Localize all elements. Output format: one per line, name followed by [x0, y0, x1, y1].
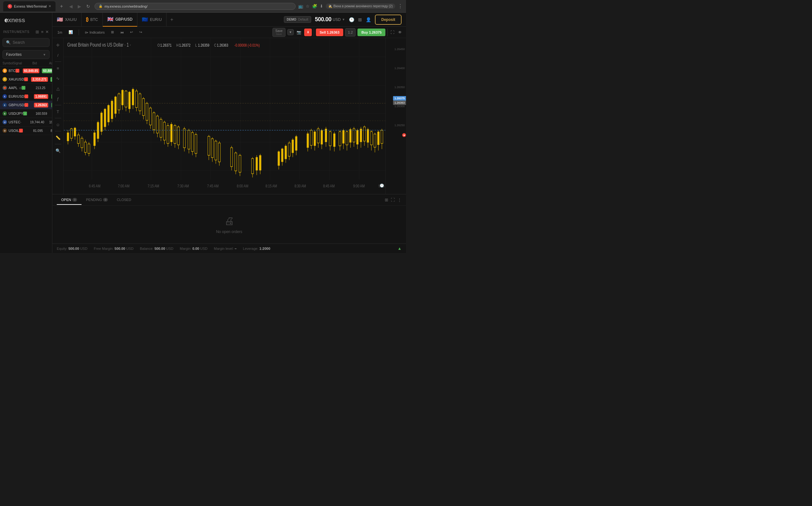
- extension-icon[interactable]: 🧩: [312, 4, 317, 9]
- orders-menu-icon[interactable]: ⋮: [397, 197, 402, 202]
- close-instruments-icon[interactable]: ✕: [46, 29, 49, 34]
- balance-display[interactable]: 500.00 USD ▼: [315, 16, 345, 23]
- emoji-tool[interactable]: ☺: [54, 120, 63, 129]
- tab-btc[interactable]: ₿ BTC: [82, 13, 103, 27]
- svg-text:-0.00008 (-0.01%): -0.00008 (-0.01%): [234, 43, 260, 47]
- timeframe-button[interactable]: 1m: [56, 29, 64, 35]
- svg-text:L: L: [195, 43, 197, 47]
- list-view-icon[interactable]: ≡: [41, 29, 44, 34]
- tab-open[interactable]: OPEN 0: [57, 195, 82, 205]
- undo-fast-button[interactable]: ⏮: [118, 29, 126, 35]
- signal-badge: ↑: [23, 111, 27, 115]
- table-row[interactable]: 🍎 AAPL ⊘ ↑ 213.25 213.34: [0, 84, 52, 92]
- btc-flag: ₿: [86, 17, 88, 22]
- table-row[interactable]: U USTEC - 19,744.40 19,750.3: [0, 118, 52, 126]
- table-row[interactable]: ₿ BTC ↓ 60,849.85 60,886.1: [0, 67, 52, 75]
- browser-menu-btn[interactable]: ⋮: [398, 3, 403, 9]
- table-row[interactable]: O USOIL ↓ 81.095 81.114: [0, 126, 52, 135]
- add-tab-button[interactable]: +: [167, 13, 177, 27]
- clock-icon[interactable]: 🕐: [349, 17, 354, 22]
- chart-wrapper: ✛ / ≡ ∿ △ ƒ T ☺ 📏 🔍: [52, 38, 406, 194]
- horizontal-line-tool[interactable]: ≡: [54, 64, 63, 73]
- back-btn[interactable]: ◀: [67, 3, 75, 10]
- svg-rect-64: [132, 89, 134, 105]
- tab-close-btn[interactable]: ✕: [49, 4, 51, 8]
- balance-currency-status: USD: [166, 247, 173, 250]
- search-bar[interactable]: 🔍 Search: [3, 38, 50, 47]
- tool-sep4: [55, 131, 61, 131]
- svg-rect-140: [321, 130, 323, 145]
- table-row[interactable]: € EUR/USD ↓ 1.06891 1.06901: [0, 92, 52, 101]
- fibonacci-tool[interactable]: ƒ: [54, 94, 63, 103]
- signal-badge: ↓: [24, 103, 28, 107]
- deposit-button[interactable]: Deposit: [375, 15, 402, 25]
- sell-button[interactable]: Sell 1.26363: [316, 28, 343, 36]
- svg-text:7:15 AM: 7:15 AM: [148, 184, 159, 188]
- forward-btn[interactable]: ▶: [76, 3, 83, 10]
- tab-eur[interactable]: 🇪🇺 EUR/U: [137, 13, 167, 27]
- text-tool[interactable]: T: [54, 107, 63, 116]
- redo-button[interactable]: ↪: [137, 29, 144, 35]
- pencil-tool[interactable]: /: [54, 51, 63, 60]
- svg-rect-38: [84, 142, 87, 153]
- tab-closed[interactable]: CLOSED: [112, 195, 136, 205]
- svg-rect-168: [374, 134, 376, 148]
- zoom-tool[interactable]: 🔍: [54, 146, 63, 155]
- table-row[interactable]: ✦ XAU/USD ↓ 2,310.271 2,310.47: [0, 75, 52, 84]
- eye-button[interactable]: 👁: [397, 29, 403, 35]
- browser-tab[interactable]: E Exness WebTerminal ✕: [3, 1, 56, 11]
- col-symbol: Symbol: [3, 62, 13, 65]
- record-button[interactable]: ⬇: [304, 28, 312, 36]
- browser-actions: 📺 ☆ 🧩 ⬇: [298, 4, 323, 9]
- bookmark-icon[interactable]: ☆: [306, 4, 310, 9]
- fullscreen-button[interactable]: ⛶: [390, 29, 395, 35]
- margin-level-status: Margin level: –: [214, 247, 237, 250]
- save-dropdown-btn[interactable]: ▼: [288, 29, 294, 35]
- grid-icon[interactable]: ⊞: [358, 17, 362, 22]
- grid-view-icon[interactable]: ⊞: [35, 29, 39, 34]
- profile-icon[interactable]: 👤: [366, 17, 371, 22]
- ruler-tool[interactable]: 📏: [54, 133, 63, 142]
- indicators-button[interactable]: ⌲ Indicators: [83, 29, 106, 35]
- curve-tool[interactable]: ∿: [54, 74, 63, 83]
- toolbar-sep2: [314, 28, 314, 36]
- shape-tool[interactable]: △: [54, 84, 63, 93]
- closed-tab-label: CLOSED: [117, 198, 131, 202]
- orders-filter-icon[interactable]: ⊞: [385, 197, 388, 202]
- orders-right: ⊞ ⛶ ⋮: [385, 197, 402, 202]
- tab-gbp[interactable]: 🇬🇧 GBP/USD: [103, 13, 137, 27]
- search-input[interactable]: Search: [13, 40, 25, 45]
- tab-xau[interactable]: 🇺🇸 XAU/U: [52, 13, 82, 27]
- favorites-dropdown[interactable]: Favorites ▼: [3, 50, 50, 59]
- undo-button[interactable]: ↩: [128, 29, 135, 35]
- bid-price: 1.26363: [34, 103, 48, 107]
- new-tab-button[interactable]: +: [58, 3, 65, 9]
- price-axis: 1.26450 1.26400 1.26350 1.26300 1.26250 …: [385, 38, 406, 194]
- table-row[interactable]: $ USD/JPY ↑ 160.559 160.570: [0, 109, 52, 118]
- timeframe-label: 1m: [58, 30, 62, 34]
- crosshair-tool[interactable]: ✛: [54, 40, 63, 50]
- symbol-cell: $ USD/JPY: [3, 111, 23, 116]
- table-row[interactable]: £ GBP/USD ↓ 1.26363 1.26375: [0, 101, 52, 109]
- cast-icon[interactable]: 📺: [298, 4, 303, 9]
- bid-price: 60,849.85: [23, 69, 39, 73]
- ask-cell: 2,310.47: [48, 77, 52, 81]
- favorites-label: Favorites: [6, 52, 21, 57]
- svg-rect-34: [77, 135, 80, 144]
- orders-expand-icon[interactable]: ⛶: [391, 197, 395, 202]
- svg-rect-166: [371, 132, 373, 145]
- screenshot-button[interactable]: 📷: [296, 29, 302, 35]
- pending-tab-label: PENDING: [86, 198, 102, 202]
- symbol-tabs: 🇺🇸 XAU/U ₿ BTC 🇬🇧 GBP/USD 🇪🇺 EUR/U +: [52, 13, 177, 27]
- svg-rect-92: [183, 129, 185, 148]
- tab-pending[interactable]: PENDING 0: [82, 195, 112, 205]
- download-icon[interactable]: ⬇: [320, 4, 323, 9]
- chart-layout-button[interactable]: ⊞: [109, 29, 116, 35]
- buy-button[interactable]: Buy 1.26375: [357, 28, 385, 36]
- save-button[interactable]: Save Save: [272, 28, 286, 37]
- address-bar[interactable]: 🔒 my.exness.com/webtrading/: [94, 3, 295, 10]
- chart-type-button[interactable]: 📊: [67, 29, 75, 35]
- reload-btn[interactable]: ↻: [84, 3, 92, 10]
- svg-rect-114: [251, 159, 254, 174]
- main-area: 🇺🇸 XAU/U ₿ BTC 🇬🇧 GBP/USD 🇪🇺 EUR/U +: [52, 13, 406, 253]
